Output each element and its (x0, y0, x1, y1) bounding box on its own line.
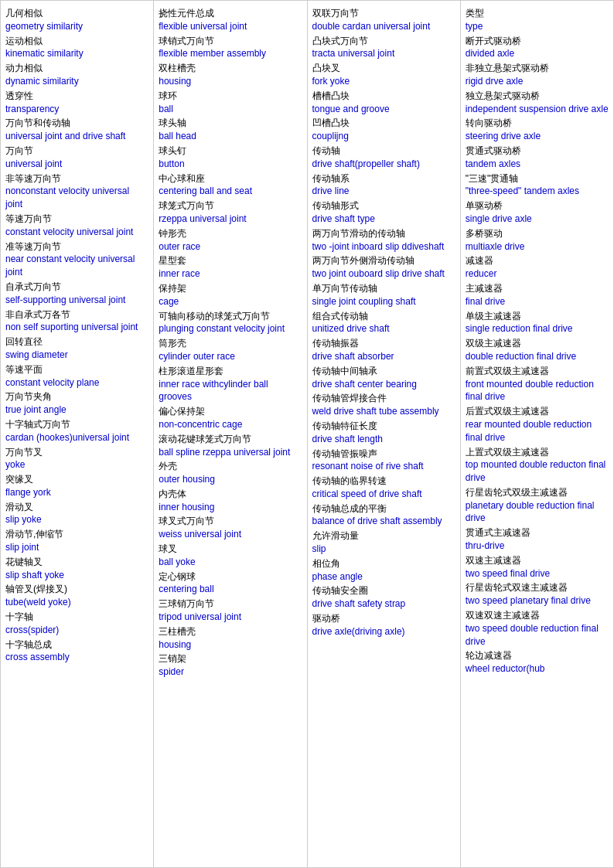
list-item: 等速万向节constant velocity universal joint (5, 213, 148, 239)
list-item: 凸块式万向节tracta universal joint (312, 35, 455, 61)
chinese-term: 几何相似 (5, 7, 148, 20)
list-item: 槽槽凸块tongue and groove (312, 90, 455, 116)
chinese-term: 允许滑动量 (312, 529, 455, 543)
list-item: 球叉式万向节weiss universal joint (159, 515, 302, 541)
english-term: two speed planetary final drive (466, 594, 609, 608)
english-term: plunging constant velocity joint (159, 322, 302, 335)
list-item: 万向节和传动轴universal joint and drive shaft (5, 117, 148, 143)
list-item: 柱形滚道星形套inner race withcylinder ball groo… (159, 365, 302, 403)
list-item: 回转直径swing diameter (5, 335, 148, 362)
english-term: ball head (159, 130, 302, 143)
list-item: 两万向节滑动的传动轴two -joint inboard slip ddives… (312, 227, 455, 254)
chinese-term: 单万向节传动轴 (312, 282, 455, 295)
chinese-term: 单驱动桥 (466, 199, 609, 213)
chinese-term: 凸块叉 (312, 62, 455, 75)
chinese-term: 挠性元件总成 (159, 7, 302, 20)
english-term: universal joint and drive shaft (5, 130, 148, 143)
chinese-term: 万向节叉 (5, 446, 148, 459)
english-term: rear mounted double reduction final driv… (466, 418, 609, 444)
list-item: 偏心保持架non-concentric cage (159, 405, 302, 431)
chinese-term: 传动轴安全圈 (312, 584, 455, 597)
list-item: 等速平面constant velocity plane (5, 363, 148, 390)
chinese-term: 外壳 (159, 460, 302, 473)
english-term: fork yoke (312, 75, 455, 88)
list-item: 类型type (466, 7, 609, 33)
list-item: 球头钉button (159, 145, 302, 171)
list-item: 减速器reducer (466, 254, 609, 281)
chinese-term: 传动轴形式 (312, 199, 455, 213)
chinese-term: 传动轴的临界转速 (312, 475, 455, 488)
chinese-term: 运动相似 (5, 35, 148, 48)
chinese-term: 独立悬架式驱动桥 (466, 90, 609, 103)
list-item: 球笼式万向节rzeppa universal joint (159, 199, 302, 226)
chinese-term: 行星齿轮式双速主减速器 (466, 581, 609, 594)
list-item: 单万向节传动轴single joint coupling shaft (312, 282, 455, 308)
english-term: "three-speed" tandem axles (466, 185, 609, 198)
list-item: 行星齿轮式双速主减速器two speed planetary final dri… (466, 581, 609, 608)
list-item: 中心球和座centering ball and seat (159, 172, 302, 199)
list-item: 球销式万向节flexible member assembly (159, 35, 302, 61)
chinese-term: 非自承式万各节 (5, 308, 148, 322)
list-item: 非等速万向节nonconstant velocity universal joi… (5, 172, 148, 211)
english-term: top mounted double reducton final drive (466, 458, 609, 485)
chinese-term: 前置式双级主减速器 (466, 365, 609, 378)
english-term: double reduction final drive (466, 350, 609, 363)
list-item: 内壳体inner housing (159, 488, 302, 514)
chinese-term: 十字轴总成 (5, 638, 148, 652)
list-item: 多桥驱动multiaxle drive (466, 227, 609, 254)
english-term: cylinder outer race (159, 350, 302, 363)
list-item: 滑动节,伸缩节slip joint (5, 528, 148, 554)
chinese-term: 动力相似 (5, 62, 148, 75)
english-term: two joint ouboard slip drive shaft (312, 267, 455, 281)
column-1: 几何相似geometry similarity运动相似kinematic sim… (1, 1, 154, 867)
list-item: 可轴向移动的球笼式万向节plunging constant velocity j… (159, 310, 302, 336)
list-item: 双联万向节double cardan universal joint (312, 7, 455, 33)
english-term: cross(spider) (5, 624, 148, 637)
chinese-term: 钟形壳 (159, 227, 302, 240)
english-term: inner housing (159, 501, 302, 514)
list-item: 双速双速主减速器two speed double reduction final… (466, 609, 609, 648)
english-term: button (159, 158, 302, 171)
list-item: 几何相似geometry similarity (5, 7, 148, 33)
chinese-term: 传动轴总成的平衡 (312, 502, 455, 516)
english-term: tandem axles (466, 158, 609, 171)
chinese-term: 多桥驱动 (466, 227, 609, 240)
chinese-term: 传动轴系 (312, 172, 455, 186)
list-item: 万向节叉yoke (5, 446, 148, 472)
list-item: 透穿性transparency (5, 90, 148, 116)
english-term: double cardan universal joint (312, 20, 455, 33)
english-term: centering ball (159, 583, 302, 596)
english-term: slip yoke (5, 513, 148, 526)
chinese-term: 单级主减速器 (466, 310, 609, 323)
list-item: 后置式双级主减速器rear mounted double reduction f… (466, 405, 609, 444)
english-term: single reduction final drive (466, 322, 609, 335)
english-term: housing (159, 638, 302, 652)
chinese-term: 万向节夹角 (5, 390, 148, 403)
english-term: drive axle(driving axle) (312, 625, 455, 638)
english-term: non self suporting universal joint (5, 321, 148, 334)
list-item: 相位角phase angle (312, 557, 455, 584)
list-item: 单级主减速器single reduction final drive (466, 310, 609, 336)
chinese-term: 传动轴特征长度 (312, 420, 455, 433)
list-item: 贯通式主减速器thru-drive (466, 526, 609, 553)
english-term: inner race withcylinder ball grooves (159, 378, 302, 404)
list-item: 传动轴的临界转速critical speed of drive shaft (312, 475, 455, 501)
english-term: ball (159, 103, 302, 116)
english-term: centering ball and seat (159, 185, 302, 198)
chinese-term: 两万向节滑动的传动轴 (312, 227, 455, 240)
chinese-term: 驱动桥 (312, 612, 455, 625)
english-term: ball spline rzeppa universal joint (159, 446, 302, 459)
english-term: wheel reductor(hub (466, 662, 609, 676)
chinese-term: 凸块式万向节 (312, 35, 455, 48)
english-term: drive shaft center bearing (312, 378, 455, 391)
english-term: multiaxle drive (466, 240, 609, 254)
list-item: 轴管叉(焊接叉)tube(weld yoke) (5, 583, 148, 609)
chinese-term: 凹槽凸块 (312, 117, 455, 130)
chinese-term: 传动轴管焊接合件 (312, 392, 455, 405)
chinese-term: 等速平面 (5, 363, 148, 376)
english-term: constant velocity plane (5, 376, 148, 390)
list-item: 筒形壳cylinder outer race (159, 337, 302, 363)
english-term: swing diameter (5, 349, 148, 362)
list-item: 传动轴特征长度drive shaft length (312, 420, 455, 446)
english-term: single joint coupling shaft (312, 295, 455, 308)
